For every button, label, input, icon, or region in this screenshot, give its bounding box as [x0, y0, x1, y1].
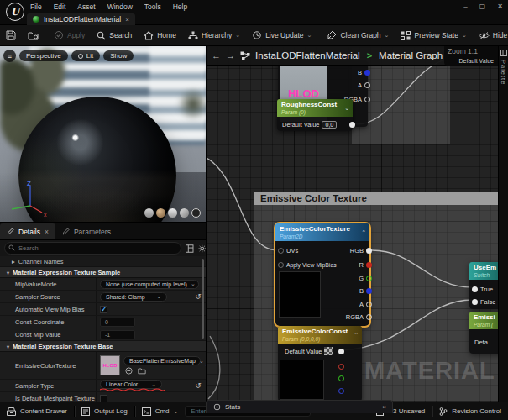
details-tab-close-icon[interactable]: ×: [45, 228, 49, 236]
menu-tools[interactable]: Tools: [144, 3, 161, 11]
perspective-button[interactable]: Perspective: [19, 50, 68, 61]
pin-r[interactable]: [366, 262, 372, 268]
pin-r[interactable]: [338, 364, 344, 370]
node-roughness-const[interactable]: RoughnessConst Param (0) ⌄ Default Value…: [277, 99, 353, 131]
collapse-chevron-icon[interactable]: ⌃: [361, 229, 366, 236]
breadcrumb-root[interactable]: InstaLODFlattenMaterial: [255, 50, 360, 60]
home-icon: [144, 31, 154, 40]
pin-g[interactable]: [366, 276, 372, 281]
hide-unrelated-button[interactable]: Hide Unrelated: [473, 25, 508, 46]
apply-button[interactable]: Apply: [48, 25, 91, 46]
pin-output[interactable]: [349, 122, 355, 128]
sampler-source-dropdown[interactable]: Shared: Clamp⌄: [100, 292, 167, 302]
lit-label: Lit: [86, 52, 93, 60]
use-selected-asset-icon[interactable]: [125, 367, 133, 375]
tab-details[interactable]: Details ×: [0, 223, 55, 239]
tab-parameters[interactable]: Parameters: [55, 223, 118, 239]
collapse-arrow-icon[interactable]: ▾: [7, 344, 9, 349]
const-coordinate-field[interactable]: 0: [100, 318, 135, 327]
palette-sidebar-tab[interactable]: Palette: [498, 46, 508, 402]
collapse-arrow-icon[interactable]: ▸: [12, 258, 15, 265]
reset-to-default-icon[interactable]: ↺: [191, 381, 206, 390]
category-texture-sample[interactable]: ▾ Material Expression Texture Sample: [0, 267, 206, 278]
show-button[interactable]: Show: [103, 50, 134, 61]
output-log-button[interactable]: Output Log: [75, 402, 134, 420]
pin-b[interactable]: [338, 388, 344, 394]
browse-to-asset-button[interactable]: [22, 25, 45, 46]
preview-state-button[interactable]: Preview State ⌄: [395, 25, 472, 46]
sphere-mesh-icon[interactable]: [156, 208, 165, 218]
pin-rgb[interactable]: [366, 248, 372, 254]
pin-rgba[interactable]: [366, 314, 372, 320]
emissive-texture-dropdown[interactable]: BaseFlattenEmissiveMap⌄: [123, 356, 201, 365]
pin-a[interactable]: [364, 82, 370, 88]
color-swatch-checker[interactable]: [324, 347, 333, 355]
details-scrollbar[interactable]: [202, 259, 204, 339]
nav-forward-icon[interactable]: →: [226, 50, 235, 60]
collapse-chevron-icon[interactable]: ⌄: [344, 105, 349, 112]
pin-output[interactable]: [338, 349, 344, 354]
revision-control-button[interactable]: Revision Control: [432, 402, 508, 420]
material-graph-canvas[interactable]: Emissive Color Texture MATERIAL HLOD B A…: [206, 46, 498, 402]
viewport-menu-icon[interactable]: ≡: [3, 50, 16, 62]
texture-thumbnail[interactable]: HLOD: [100, 355, 120, 375]
row-sampler-type: Sampler Type Linear Color⌄ ↺: [0, 380, 206, 392]
close-button[interactable]: ✕: [497, 3, 503, 10]
pin-a[interactable]: [366, 302, 372, 307]
cylinder-mesh-icon[interactable]: [144, 208, 154, 218]
pin-rgba[interactable]: [364, 97, 370, 102]
live-update-button[interactable]: Live Update ⌄: [246, 25, 317, 46]
pin-b[interactable]: [366, 288, 372, 294]
const-mip-value-field[interactable]: -1: [100, 330, 135, 339]
display-settings-icon[interactable]: [186, 244, 193, 253]
tab-close-icon[interactable]: ×: [125, 16, 129, 24]
auto-mip-bias-checkbox[interactable]: ✓: [100, 306, 107, 313]
pin-uvs[interactable]: [278, 248, 284, 254]
pin-b[interactable]: [364, 70, 370, 76]
nav-back-icon[interactable]: ←: [212, 50, 221, 60]
stats-floating-tab[interactable]: Stats ×: [206, 400, 393, 413]
collapse-arrow-icon[interactable]: ▾: [7, 270, 9, 276]
collapse-chevron-icon[interactable]: ⌃: [354, 332, 359, 339]
pin-apply-view-mipbias[interactable]: [278, 262, 284, 268]
node-emissive-color-texture[interactable]: EmissiveColorTexture Param2D ⌃ UVs Apply…: [275, 223, 369, 326]
search-button[interactable]: Search: [91, 25, 138, 46]
property-label: MipValueMode: [0, 281, 96, 288]
home-button[interactable]: Home: [138, 25, 182, 46]
menu-asset[interactable]: Asset: [77, 3, 95, 11]
node-use-emissive-switch[interactable]: UseEm Switch True False: [469, 262, 498, 309]
plane-mesh-icon[interactable]: [168, 208, 177, 218]
teapot-mesh-icon[interactable]: [191, 208, 201, 218]
menu-window[interactable]: Window: [107, 3, 133, 11]
cube-mesh-icon[interactable]: [180, 208, 189, 218]
mip-value-mode-dropdown[interactable]: None (use computed mip level)⌄: [100, 280, 199, 289]
maximize-button[interactable]: ▢: [479, 3, 486, 10]
node-subtitle: Param (: [474, 322, 498, 328]
stats-close-icon[interactable]: ×: [382, 403, 386, 411]
browse-to-asset-icon[interactable]: [138, 367, 146, 375]
gear-icon[interactable]: [198, 244, 206, 253]
save-button[interactable]: [0, 25, 22, 46]
menu-help[interactable]: Help: [173, 3, 187, 11]
details-search-input[interactable]: [4, 242, 181, 255]
minimize-button[interactable]: –: [463, 3, 467, 10]
preview-viewport[interactable]: ≡ Perspective Lit Show Z x: [0, 46, 206, 222]
pin-g[interactable]: [338, 375, 344, 381]
menu-file[interactable]: File: [30, 3, 42, 11]
category-texture-base[interactable]: ▾ Material Expression Texture Base: [0, 341, 206, 352]
pin-true[interactable]: [472, 286, 478, 292]
menu-edit[interactable]: Edit: [54, 3, 66, 11]
clean-graph-button[interactable]: Clean Graph ⌄: [321, 25, 395, 46]
content-drawer-button[interactable]: Content Drawer: [0, 402, 74, 420]
row-channel-names[interactable]: ▸ Channel Names: [0, 256, 206, 267]
breadcrumb-current[interactable]: Material Graph: [379, 50, 443, 60]
hierarchy-button[interactable]: Hierarchy ⌄: [182, 25, 246, 46]
pin-false[interactable]: [472, 299, 478, 305]
graph-icon: [240, 51, 250, 60]
default-value-box[interactable]: 0,0: [322, 121, 337, 129]
lit-mode-button[interactable]: Lit: [71, 50, 100, 61]
cmd-button[interactable]: Cmd ⌄: [135, 402, 186, 420]
tab-instalod-flatten-material[interactable]: InstaLODFlattenMaterial ×: [27, 13, 135, 25]
node-emissive-color-const[interactable]: EmissiveColorConst Param (0,0,0,0) ⌃ Def…: [278, 326, 362, 402]
node-emissive-param[interactable]: Emissi Param ( Defa: [469, 312, 498, 354]
